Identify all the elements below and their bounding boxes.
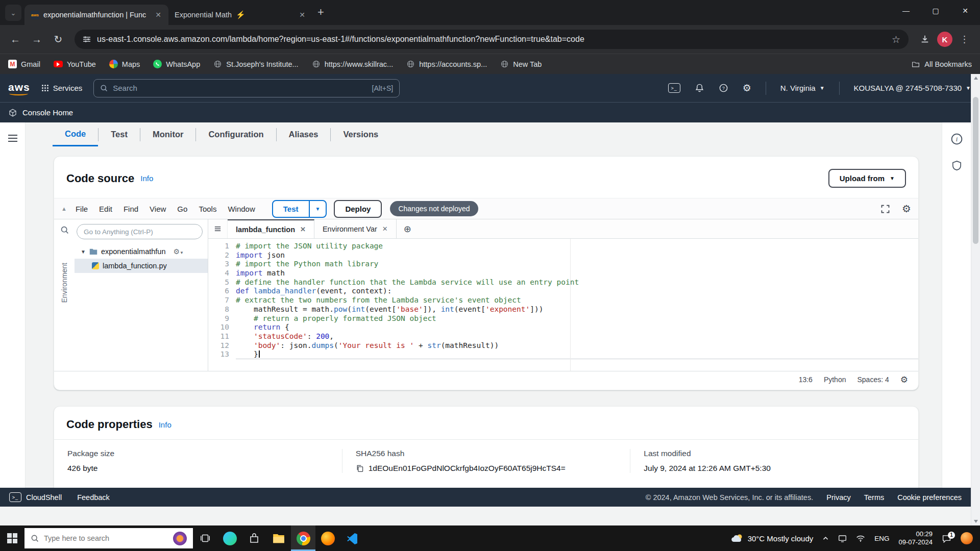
bookmark-item[interactable]: https://www.skillrac... bbox=[312, 60, 394, 68]
scroll-up-arrow[interactable] bbox=[971, 74, 980, 82]
editor-tab-lambda-function[interactable]: lambda_function ✕ bbox=[228, 219, 314, 238]
browser-menu-icon[interactable]: ⋮ bbox=[955, 30, 974, 48]
code-line[interactable]: import math bbox=[236, 269, 918, 278]
cloudshell-icon[interactable]: >_ bbox=[668, 83, 680, 93]
menu-find[interactable]: Find bbox=[118, 202, 144, 216]
copy-icon[interactable] bbox=[356, 464, 364, 472]
folder-row[interactable]: ▼ exponentialmathfun ⚙▼ bbox=[75, 244, 208, 259]
taskbar-search-input[interactable] bbox=[44, 534, 168, 542]
close-button[interactable]: ✕ bbox=[950, 0, 980, 21]
indentation-setting[interactable]: Spaces: 4 bbox=[857, 375, 889, 384]
bookmark-item[interactable]: New Tab bbox=[500, 60, 542, 68]
terms-link[interactable]: Terms bbox=[864, 493, 884, 502]
code-editor[interactable]: 12345678910111213 # import the JSON util… bbox=[208, 239, 918, 371]
url-text[interactable]: us-east-1.console.aws.amazon.com/lambda/… bbox=[97, 35, 886, 44]
language-mode[interactable]: Python bbox=[824, 375, 846, 384]
bookmark-item[interactable]: St.Joseph's Institute... bbox=[213, 60, 298, 68]
code-line[interactable]: # define the handler function that the L… bbox=[236, 278, 918, 287]
edge-app-icon[interactable] bbox=[217, 525, 242, 551]
tab-close-icon[interactable]: ✕ bbox=[298, 11, 306, 19]
bookmark-star-icon[interactable]: ☆ bbox=[892, 34, 900, 45]
code-line[interactable]: def lambda_handler(event, context): bbox=[236, 287, 918, 296]
editor-settings-gear-icon[interactable]: ⚙ bbox=[902, 203, 911, 215]
action-center-icon[interactable]: 1 bbox=[942, 534, 951, 543]
bookmark-item[interactable]: WhatsApp bbox=[153, 60, 200, 68]
aws-search-box[interactable]: [Alt+S] bbox=[93, 79, 400, 97]
environment-side-tab[interactable]: Environment bbox=[60, 263, 68, 303]
minimize-button[interactable]: — bbox=[891, 0, 921, 21]
tray-app-icon[interactable] bbox=[961, 532, 973, 544]
wifi-tray-icon[interactable] bbox=[856, 535, 865, 542]
menu-edit[interactable]: Edit bbox=[93, 202, 118, 216]
tab-aliases[interactable]: Aliases bbox=[277, 122, 331, 146]
scrollbar-thumb[interactable] bbox=[973, 97, 978, 244]
start-button[interactable] bbox=[0, 525, 24, 551]
property-value[interactable]: 1dEOuEn01FoGPdNlOCkrfgb4IozOyF60AT65j9Hc… bbox=[369, 464, 566, 473]
forward-icon[interactable]: → bbox=[28, 30, 46, 48]
taskbar-search-box[interactable] bbox=[24, 528, 193, 548]
tray-expand-chevron-icon[interactable] bbox=[822, 535, 829, 542]
aws-logo[interactable]: aws bbox=[8, 81, 30, 95]
cookie-preferences-link[interactable]: Cookie preferences bbox=[897, 493, 962, 502]
new-editor-tab-icon[interactable]: ⊕ bbox=[397, 219, 419, 238]
search-highlight-icon[interactable] bbox=[173, 532, 187, 545]
status-settings-gear-icon[interactable]: ⚙ bbox=[900, 374, 908, 385]
language-indicator[interactable]: ENG bbox=[874, 535, 889, 542]
new-tab-button[interactable]: + bbox=[317, 6, 324, 19]
browser-scrollbar[interactable] bbox=[971, 74, 980, 525]
folder-settings-gear-icon[interactable]: ⚙▼ bbox=[173, 247, 183, 256]
aws-search-input[interactable] bbox=[113, 84, 366, 92]
menu-view[interactable]: View bbox=[144, 202, 172, 216]
bookmark-item[interactable]: https://accounts.sp... bbox=[406, 60, 487, 68]
device-tray-icon[interactable] bbox=[838, 535, 847, 542]
tab-close-icon[interactable]: ✕ bbox=[300, 226, 306, 233]
test-dropdown-icon[interactable]: ▼ bbox=[309, 201, 326, 217]
test-button[interactable]: Test bbox=[273, 201, 309, 217]
cursor-position[interactable]: 13:6 bbox=[799, 375, 813, 384]
bookmark-item[interactable]: Maps bbox=[109, 60, 140, 68]
tab-code[interactable]: Code bbox=[53, 122, 98, 146]
task-view-button[interactable] bbox=[193, 525, 217, 551]
menu-file[interactable]: File bbox=[70, 202, 93, 216]
code-line[interactable]: } bbox=[236, 350, 918, 359]
code-line[interactable]: return { bbox=[236, 323, 918, 332]
tab-close-icon[interactable]: ✕ bbox=[154, 11, 162, 19]
weather-widget[interactable]: 30°C Mostly cloudy bbox=[731, 533, 814, 543]
goto-anything-input[interactable] bbox=[84, 228, 195, 236]
file-explorer-app-icon[interactable] bbox=[266, 525, 291, 551]
resources-panel-icon[interactable] bbox=[951, 160, 963, 171]
deploy-button[interactable]: Deploy bbox=[334, 200, 382, 218]
services-button[interactable]: Services bbox=[41, 84, 83, 92]
tab-versions[interactable]: Versions bbox=[331, 122, 390, 146]
code-line[interactable]: mathResult = math.pow(int(event['base'])… bbox=[236, 305, 918, 314]
fullscreen-icon[interactable] bbox=[880, 204, 891, 214]
scroll-down-arrow[interactable] bbox=[971, 517, 980, 525]
code-line[interactable]: # import the JSON utility package bbox=[236, 242, 918, 251]
code-line[interactable]: # import the Python math library bbox=[236, 260, 918, 269]
code-line[interactable]: import json bbox=[236, 251, 918, 260]
footer-cloudshell-button[interactable]: >_ CloudShell bbox=[9, 492, 62, 502]
settings-gear-icon[interactable]: ⚙ bbox=[743, 82, 751, 94]
store-app-icon[interactable] bbox=[242, 525, 266, 551]
collapse-icon[interactable]: ▲ bbox=[61, 206, 67, 212]
all-bookmarks-button[interactable]: All Bookmarks bbox=[912, 60, 972, 68]
downloads-icon[interactable] bbox=[916, 30, 934, 48]
back-icon[interactable]: ← bbox=[6, 30, 24, 48]
reload-icon[interactable]: ↻ bbox=[49, 30, 67, 48]
hamburger-menu-icon[interactable] bbox=[8, 133, 17, 507]
info-panel-icon[interactable]: i bbox=[950, 133, 963, 145]
info-link[interactable]: Info bbox=[159, 420, 172, 429]
code-line[interactable]: # extract the two numbers from the Lambd… bbox=[236, 296, 918, 305]
footer-feedback-button[interactable]: Feedback bbox=[77, 493, 110, 502]
tab-search-button[interactable]: ⌄ bbox=[5, 5, 21, 21]
taskbar-clock[interactable]: 00:29 09-07-2024 bbox=[899, 530, 933, 546]
tab-test[interactable]: Test bbox=[99, 122, 140, 146]
profile-avatar[interactable]: K bbox=[937, 32, 952, 47]
address-bar[interactable]: us-east-1.console.aws.amazon.com/lambda/… bbox=[75, 30, 909, 49]
code-lines[interactable]: # import the JSON utility packageimport … bbox=[236, 242, 918, 371]
editor-tab-environment-var[interactable]: Environment Var ✕ bbox=[314, 219, 397, 238]
search-icon[interactable] bbox=[60, 226, 69, 234]
notifications-bell-icon[interactable] bbox=[695, 83, 704, 93]
firefox-app-icon[interactable] bbox=[315, 525, 340, 551]
help-icon[interactable]: ? bbox=[719, 83, 728, 93]
